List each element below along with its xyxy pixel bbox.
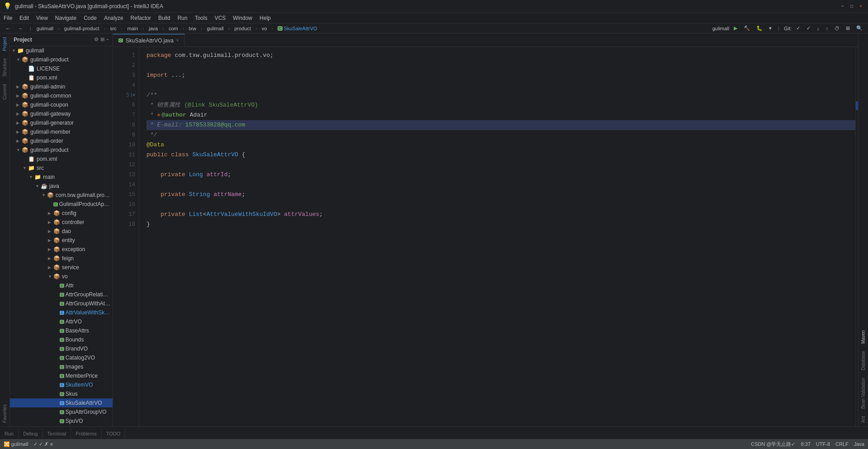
build-button[interactable]: 🔨 <box>742 25 752 32</box>
breadcrumb-java[interactable]: java <box>149 26 158 31</box>
forward-button[interactable]: → <box>16 25 24 32</box>
bottom-tab-todo[interactable]: TODO <box>102 428 126 439</box>
git-check2[interactable]: ✓ <box>805 25 812 32</box>
git-history[interactable]: ⏱ <box>833 25 841 32</box>
bottom-tab-terminal[interactable]: Terminal <box>43 428 71 439</box>
breadcrumb-SkuSaleAttrVO[interactable]: C SkuSaleAttrVO <box>278 26 317 31</box>
tree-item-service[interactable]: ▶ 📦 service <box>10 263 113 272</box>
tree-item-feign[interactable]: ▶ 📦 feign <box>10 254 113 263</box>
menu-vcs[interactable]: VCS <box>211 13 230 23</box>
tree-item-SpuAttrGroupVO[interactable]: C SpuAttrGroupVO <box>10 407 113 416</box>
settings-icon[interactable]: ⚙ <box>94 37 99 42</box>
git-update[interactable]: ↓ <box>815 25 821 32</box>
tree-item-coupon[interactable]: ▶ 📦 gulimall-coupon <box>10 100 113 109</box>
tab-SkuSaleAttrVO[interactable]: C SkuSaleAttrVO.java × <box>113 34 185 47</box>
tree-item-product-pom[interactable]: 📋 pom.xml <box>10 154 113 164</box>
menu-code[interactable]: Code <box>80 13 100 23</box>
close-button[interactable]: × <box>857 3 864 10</box>
tree-item-member[interactable]: ▶ 📦 gulimall-member <box>10 127 113 136</box>
side-tab-bean-validation[interactable]: Bean Validation <box>859 374 867 412</box>
code-content[interactable]: package com.txw.gulimall.product.vo; imp… <box>139 47 855 426</box>
breadcrumb-vo[interactable]: vo <box>262 26 267 31</box>
side-tab-favorites[interactable]: Favorites <box>1 401 9 426</box>
side-tab-commit[interactable]: Commit <box>1 80 9 103</box>
tree-item-config[interactable]: ▶ 📦 config <box>10 209 113 218</box>
tree-item-controller[interactable]: ▶ 📦 controller <box>10 218 113 227</box>
tab-close-button[interactable]: × <box>176 38 179 43</box>
breadcrumb-main[interactable]: main <box>127 26 138 31</box>
tree-item-AttrVO[interactable]: C AttrVO <box>10 317 113 326</box>
tree-item-gateway[interactable]: ▶ 📦 gulimall-gateway <box>10 109 113 118</box>
menu-run[interactable]: Run <box>174 13 191 23</box>
git-more[interactable]: ⊞ <box>844 25 852 32</box>
breadcrumb-product2[interactable]: product <box>234 26 251 31</box>
tree-item-SpuVO[interactable]: C SpuVO <box>10 416 113 426</box>
minimize-button[interactable]: − <box>839 3 846 10</box>
tree-item-entity[interactable]: ▶ 📦 entity <box>10 236 113 245</box>
side-tab-ant[interactable]: Ant <box>859 412 867 426</box>
tree-item-vo[interactable]: ▼ 📦 vo <box>10 272 113 281</box>
tree-item-AttrGroupRelationVO[interactable]: C AttrGroupRelationVO <box>10 290 113 299</box>
tree-item-package[interactable]: ▼ 📦 com.txw.gulimall.product <box>10 191 113 200</box>
side-tab-project[interactable]: Project <box>1 33 9 55</box>
tree-content[interactable]: ▼ 📁 gulimall ▼ 📦 gulimall-product 📄 LICE… <box>10 46 113 426</box>
tree-item-common[interactable]: ▶ 📦 gulimall-common <box>10 91 113 100</box>
side-tab-database[interactable]: Database <box>859 347 867 374</box>
tree-item-Skus[interactable]: C Skus <box>10 389 113 398</box>
status-line-col[interactable]: 8:37 <box>801 441 810 447</box>
tree-item-gulimall-product-root[interactable]: ▼ 📦 gulimall-product <box>10 55 113 64</box>
status-git[interactable]: 🔀 gulimall <box>4 441 28 447</box>
menu-analyze[interactable]: Analyze <box>100 13 127 23</box>
tree-item-Bounds[interactable]: C Bounds <box>10 335 113 344</box>
menu-navigate[interactable]: Navigate <box>52 13 80 23</box>
tree-item-Attr[interactable]: C Attr <box>10 281 113 290</box>
tree-item-java[interactable]: ▼ ☕ java <box>10 182 113 191</box>
menu-edit[interactable]: Edit <box>16 13 33 23</box>
menu-help[interactable]: Help <box>256 13 274 23</box>
git-push[interactable]: ↑ <box>824 25 830 32</box>
bottom-tab-problems[interactable]: Problems <box>71 428 101 439</box>
bottom-tab-run[interactable]: Run <box>0 428 19 439</box>
tree-item-BaseAttrs[interactable]: C BaseAttrs <box>10 326 113 335</box>
tree-item-license[interactable]: 📄 LICENSE <box>10 64 113 73</box>
more-run-button[interactable]: ▾ <box>767 25 774 32</box>
tree-item-SkuSaleAttrVO[interactable]: C SkuSaleAttrVO <box>10 398 113 407</box>
expand-icon[interactable]: ⊞ <box>100 37 104 42</box>
breadcrumb-gulimall2[interactable]: gulimall <box>207 26 224 31</box>
tree-item-Catalog2VO[interactable]: C Catalog2VO <box>10 353 113 362</box>
tree-item-SkultemVO[interactable]: C SkultemVO <box>10 380 113 389</box>
back-button[interactable]: ← <box>4 25 12 32</box>
bottom-tab-debug[interactable]: Debug <box>19 428 42 439</box>
tree-item-admin[interactable]: ▶ 📦 gulimall-admin <box>10 82 113 91</box>
status-lang[interactable]: Java <box>854 441 864 447</box>
tree-item-MemberPrice[interactable]: C MemberPrice <box>10 371 113 380</box>
tree-item-AttrValueWithSkuIdVO[interactable]: C AttrValueWithSkuIdVO <box>10 308 113 317</box>
search-everywhere[interactable]: 🔍 <box>854 25 864 32</box>
menu-window[interactable]: Window <box>229 13 256 23</box>
tree-item-pom[interactable]: 📋 pom.xml <box>10 73 113 82</box>
status-line-sep[interactable]: CRLF <box>835 441 849 447</box>
tree-item-main[interactable]: ▼ 📁 main <box>10 173 113 182</box>
menu-view[interactable]: View <box>33 13 52 23</box>
menu-build[interactable]: Build <box>155 13 174 23</box>
menu-tools[interactable]: Tools <box>191 13 211 23</box>
menu-file[interactable]: File <box>0 13 16 23</box>
tree-item-product[interactable]: ▼ 📦 gulimall-product <box>10 145 113 154</box>
tree-item-BrandVO[interactable]: C BrandVO <box>10 344 113 353</box>
hide-icon[interactable]: − <box>106 37 109 42</box>
tree-item-src[interactable]: ▼ 📁 src <box>10 164 113 173</box>
side-tab-structure[interactable]: Structure <box>1 55 9 80</box>
git-check1[interactable]: ✓ <box>794 25 802 32</box>
breadcrumb-com[interactable]: com <box>169 26 178 31</box>
side-tab-maven[interactable]: Maven <box>859 327 867 347</box>
status-encoding[interactable]: UTF-8 <box>816 441 830 447</box>
breadcrumb-product[interactable]: gulimall-product <box>64 26 99 31</box>
tree-item-application[interactable]: C GulimallProductApplication <box>10 200 113 209</box>
run-button[interactable]: ▶ <box>732 25 739 32</box>
tree-item-AttrGroupWithAttrsVO[interactable]: C AttrGroupWithAttrsVO <box>10 299 113 308</box>
breadcrumb-gulimall[interactable]: gulimall <box>37 26 53 31</box>
maximize-button[interactable]: □ <box>848 3 855 10</box>
tree-item-dao[interactable]: ▶ 📦 dao <box>10 227 113 236</box>
tree-item-Images[interactable]: C Images <box>10 362 113 371</box>
status-checks[interactable]: ✓ ✓ ✗ ≡ <box>33 441 53 447</box>
